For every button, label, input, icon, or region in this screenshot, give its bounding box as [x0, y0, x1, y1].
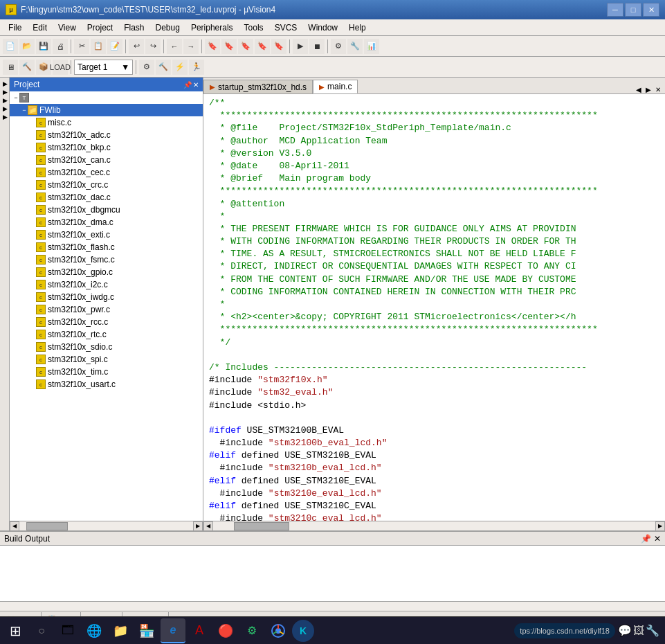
mini-btn4[interactable]: ▶ [1, 105, 8, 112]
bookmark-btn5[interactable]: 🔖 [271, 39, 286, 54]
next-btn[interactable]: → [183, 39, 199, 54]
target-dropdown[interactable]: Target 1 ▼ [74, 60, 133, 75]
paste-btn[interactable]: 📝 [107, 39, 122, 54]
close-button[interactable]: ✕ [643, 3, 659, 17]
open-btn[interactable]: 📂 [19, 39, 35, 54]
editor-content[interactable]: /** ************************************… [203, 94, 665, 521]
tree-dac[interactable]: c stm32f10x_dac.c [10, 191, 203, 204]
tree-adc[interactable]: c stm32f10x_adc.c [10, 129, 203, 141]
bookmark-btn3[interactable]: 🔖 [238, 39, 253, 54]
tree-iwdg[interactable]: c stm32f10x_iwdg.c [10, 291, 203, 303]
tree-bkp[interactable]: c stm32f10x_bkp.c [10, 141, 203, 154]
tree-usart[interactable]: c stm32f10x_usart.c [10, 378, 203, 391]
proj-scroll-left[interactable]: ◀ [10, 521, 19, 531]
taskbar-chrome[interactable] [266, 618, 291, 643]
start-button[interactable]: ⊞ [3, 619, 28, 643]
prev-btn[interactable]: ← [167, 39, 182, 54]
menu-svcs[interactable]: SVCS [269, 20, 303, 35]
extra-btn3[interactable]: 📊 [364, 39, 379, 54]
tree-fwlib[interactable]: − 📁 FWlib [10, 104, 203, 116]
tree-crc[interactable]: c stm32f10x_crc.c [10, 179, 203, 191]
save-btn[interactable]: 💾 [36, 39, 51, 54]
taskbar-task-view[interactable]: 🗔 [55, 618, 80, 643]
undo-btn[interactable]: ↩ [129, 39, 144, 54]
menu-file[interactable]: File [3, 20, 27, 35]
toolbar2-btn1[interactable]: 🖥 [3, 60, 18, 75]
bottom-panel-close[interactable]: ✕ [654, 534, 661, 544]
build-v-scrollbar[interactable] [0, 601, 665, 611]
proj-scroll-thumb[interactable] [26, 522, 68, 530]
proj-scroll-right[interactable]: ▶ [193, 521, 203, 531]
toolbar2-btn3[interactable]: 📦 [36, 60, 51, 75]
toolbar2-settings[interactable]: ⚙ [139, 60, 154, 75]
taskbar-ie[interactable]: e [161, 618, 185, 643]
menu-peripherals[interactable]: Peripherals [185, 20, 239, 35]
tree-misc[interactable]: c misc.c [10, 116, 203, 129]
menu-view[interactable]: View [53, 20, 82, 35]
project-h-scrollbar[interactable]: ◀ ▶ [10, 521, 203, 530]
tree-can[interactable]: c stm32f10x_can.c [10, 154, 203, 166]
tree-pwr[interactable]: c stm32f10x_pwr.c [10, 303, 203, 316]
taskbar-pinyin[interactable]: A [187, 618, 212, 643]
extra-btn2[interactable]: 🔧 [347, 39, 363, 54]
search-button[interactable]: ○ [29, 619, 54, 643]
cut-btn[interactable]: ✂ [74, 39, 89, 54]
menu-edit[interactable]: Edit [27, 20, 53, 35]
toolbar2-btn2[interactable]: 🔨 [19, 60, 35, 75]
tree-spi[interactable]: c stm32f10x_spi.c [10, 353, 203, 366]
menu-tools[interactable]: Tools [239, 20, 269, 35]
tree-dbgmcu[interactable]: c stm32f10x_dbgmcu [10, 204, 203, 216]
tab-startup[interactable]: ▶ startup_stm32f10x_hd.s [203, 80, 313, 93]
tree-i2c[interactable]: c stm32f10x_i2c.c [10, 278, 203, 291]
mini-btn1[interactable]: ▶ [1, 80, 8, 87]
minimize-button[interactable]: ─ [607, 3, 623, 17]
taskbar-edge[interactable]: 🌐 [82, 618, 107, 643]
tree-rtc[interactable]: c stm32f10x_rtc.c [10, 328, 203, 341]
tree-tim[interactable]: c stm32f10x_tim.c [10, 366, 203, 378]
taskbar-green-app[interactable]: ⚙ [239, 618, 264, 643]
editor-scroll-left[interactable]: ◀ [203, 521, 213, 531]
mini-btn3[interactable]: ▶ [1, 97, 8, 104]
mini-btn5[interactable]: ▶ [1, 114, 8, 120]
tree-rcc[interactable]: c stm32f10x_rcc.c [10, 316, 203, 328]
taskbar-red-app[interactable]: 🔴 [213, 618, 238, 643]
bookmark-btn2[interactable]: 🔖 [221, 39, 237, 54]
editor-scroll-right[interactable]: ▶ [655, 521, 665, 531]
copy-btn[interactable]: 📋 [91, 39, 106, 54]
tree-sdio[interactable]: c stm32f10x_sdio.c [10, 341, 203, 353]
menu-debug[interactable]: Debug [150, 20, 185, 35]
tree-flash[interactable]: c stm32f10x_flash.c [10, 241, 203, 253]
taskbar-store[interactable]: 🏪 [134, 618, 159, 643]
tab-nav-right[interactable]: ▶ [644, 86, 653, 93]
maximize-button[interactable]: □ [625, 3, 641, 17]
mini-btn2[interactable]: ▶ [1, 89, 8, 96]
bookmark-btn1[interactable]: 🔖 [205, 39, 220, 54]
tree-gpio[interactable]: c stm32f10x_gpio.c [10, 266, 203, 278]
editor-scroll-thumb[interactable] [234, 522, 289, 530]
menu-project[interactable]: Project [82, 20, 118, 35]
menu-flash[interactable]: Flash [118, 20, 149, 35]
project-panel-close[interactable]: ✕ [193, 81, 199, 89]
taskbar-explorer[interactable]: 📁 [108, 618, 133, 643]
toolbar2-run[interactable]: 🏃 [189, 60, 204, 75]
menu-window[interactable]: Window [302, 20, 343, 35]
bottom-panel-pin[interactable]: 📌 [641, 534, 651, 544]
stop-btn[interactable]: ⏹ [309, 39, 325, 54]
wechat-icon[interactable]: 💬 [618, 624, 632, 637]
new-file-btn[interactable]: 📄 [3, 39, 18, 54]
gallery-icon[interactable]: 🖼 [633, 625, 644, 637]
run-btn[interactable]: ▶ [293, 39, 308, 54]
tree-dma[interactable]: c stm32f10x_dma.c [10, 216, 203, 229]
tree-exti[interactable]: c stm32f10x_exti.c [10, 229, 203, 241]
redo-btn[interactable]: ↪ [145, 39, 161, 54]
extra-btn1[interactable]: ⚙ [331, 39, 346, 54]
toolbar2-btn4[interactable]: LOAD [53, 60, 68, 75]
tab-nav-left[interactable]: ◀ [635, 86, 643, 93]
project-panel-pin[interactable]: 📌 [183, 81, 192, 89]
tree-cec[interactable]: c stm32f10x_cec.c [10, 166, 203, 179]
diylf-icon[interactable]: 🔧 [646, 624, 659, 637]
toolbar2-build[interactable]: 🔨 [156, 60, 171, 75]
save-all-btn[interactable]: 🖨 [53, 39, 68, 54]
taskbar-kugou[interactable]: K [292, 620, 314, 642]
tab-main[interactable]: ▶ main.c [313, 80, 358, 93]
